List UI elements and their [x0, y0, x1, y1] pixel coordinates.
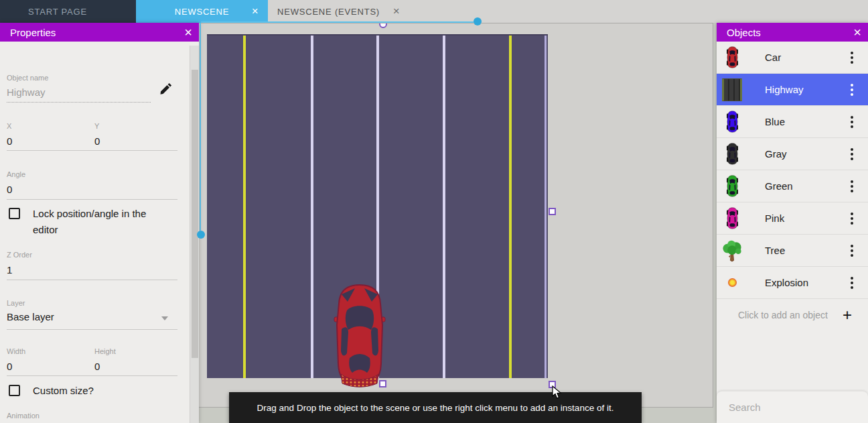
object-label: Car [765, 52, 851, 63]
object-menu-icon[interactable] [851, 180, 853, 192]
object-menu-icon[interactable] [851, 52, 853, 64]
object-menu-icon[interactable] [851, 213, 853, 225]
layer-select-value: Base layer [7, 311, 54, 322]
vertical-scroll-thumb[interactable] [197, 231, 205, 239]
z-order-field[interactable] [7, 264, 177, 280]
height-label: Height [94, 347, 116, 355]
object-name-field[interactable] [7, 86, 151, 103]
tab-start-page-label: START PAGE [28, 7, 87, 17]
lane-line [311, 36, 313, 378]
mouse-cursor [552, 385, 562, 400]
y-field[interactable] [94, 135, 177, 151]
object-row-green[interactable]: Green [717, 170, 868, 202]
objects-panel-title: Objects [727, 27, 761, 38]
object-label: Highway [765, 84, 851, 95]
y-label: Y [94, 122, 99, 130]
lane-line [243, 36, 246, 378]
object-row-car[interactable]: Car [717, 42, 868, 74]
edit-pencil-icon[interactable] [159, 82, 173, 95]
object-menu-icon[interactable] [851, 277, 853, 289]
layer-select[interactable]: Base layer [7, 311, 177, 330]
object-label: Green [765, 180, 851, 192]
custom-size-label: Custom size? [33, 383, 94, 399]
properties-close-icon[interactable]: × [184, 25, 192, 39]
horizontal-scroll-thumb[interactable] [474, 17, 482, 25]
lock-position-checkbox[interactable] [9, 208, 20, 219]
car-icon [721, 44, 743, 71]
lane-line [443, 36, 445, 378]
tree-icon [721, 237, 743, 264]
object-row-pink[interactable]: Pink [717, 202, 868, 235]
animation-label: Animation [7, 412, 40, 420]
scene-canvas[interactable] [199, 23, 713, 408]
chevron-down-icon [161, 316, 168, 320]
road-edge-line [545, 36, 547, 378]
explosion-icon [721, 269, 743, 296]
object-menu-icon[interactable] [851, 148, 853, 160]
objects-panel: Objects × Car Highway Blue Gray Green Pi… [717, 23, 868, 423]
car-instance[interactable] [333, 284, 386, 388]
tab-newscene-close-icon[interactable]: × [248, 5, 263, 18]
tab-start-page[interactable]: START PAGE [0, 0, 136, 23]
width-field[interactable] [7, 361, 87, 376]
highway-icon [721, 76, 743, 103]
tab-newscene-events-label: NEWSCENE (EVENTS) [277, 7, 380, 17]
tab-newscene-label: NEWSCENE [175, 7, 230, 17]
x-label: X [7, 122, 11, 130]
search-input[interactable] [729, 402, 862, 413]
divider [7, 150, 177, 151]
hint-snackbar-text: Drag and Drop the object to the scene or… [257, 403, 614, 413]
hint-snackbar: Drag and Drop the object to the scene or… [229, 392, 642, 423]
object-row-highway[interactable]: Highway [717, 74, 868, 106]
object-label: Gray [765, 148, 851, 160]
object-name-label: Object name [7, 74, 48, 82]
car-icon [721, 173, 743, 200]
properties-panel: Properties × Object name X Y Angle Lock … [0, 23, 199, 423]
scene-editor-tile [199, 23, 717, 423]
add-object-plus-icon[interactable]: + [843, 308, 852, 322]
horizontal-scroll-track[interactable] [201, 21, 474, 23]
layer-label: Layer [7, 299, 25, 307]
height-field[interactable] [94, 361, 177, 376]
objects-panel-header: Objects × [717, 23, 868, 42]
car-icon [721, 205, 743, 232]
object-menu-icon[interactable] [851, 116, 853, 128]
angle-field[interactable] [7, 184, 177, 200]
properties-scrollbar-thumb[interactable] [192, 70, 198, 358]
car-icon [721, 109, 743, 135]
tab-newscene-events-close-icon[interactable]: × [389, 5, 404, 18]
angle-label: Angle [7, 170, 25, 178]
object-row-gray[interactable]: Gray [717, 138, 868, 170]
x-field[interactable] [7, 135, 87, 151]
object-row-tree[interactable]: Tree [717, 235, 868, 267]
car-icon [721, 141, 743, 168]
lock-position-label: Lock position/angle in the editor [33, 206, 167, 238]
vertical-scroll-track[interactable] [200, 23, 201, 231]
divider [7, 375, 177, 376]
lane-line [509, 36, 512, 378]
objects-close-icon[interactable]: × [853, 25, 861, 39]
object-label: Tree [765, 245, 851, 256]
object-label: Blue [765, 116, 851, 127]
properties-body: Object name X Y Angle Lock position/angl… [0, 42, 190, 423]
selection-rotate-handle[interactable] [379, 23, 387, 28]
object-row-explosion[interactable]: Explosion [717, 267, 868, 299]
object-menu-icon[interactable] [851, 84, 853, 96]
object-label: Explosion [765, 277, 851, 288]
editor-tab-bar: START PAGE NEWSCENE × NEWSCENE (EVENTS) … [0, 0, 868, 23]
add-object-row[interactable]: Click to add an object + [717, 299, 868, 331]
add-object-label: Click to add an object [738, 310, 843, 320]
tab-newscene-events[interactable]: NEWSCENE (EVENTS) × [268, 0, 413, 23]
object-label: Pink [765, 213, 851, 224]
object-menu-icon[interactable] [851, 245, 853, 257]
selection-resize-handle-bottom[interactable] [379, 380, 386, 387]
properties-panel-title: Properties [10, 27, 56, 38]
tab-newscene[interactable]: NEWSCENE × [136, 0, 268, 23]
z-order-label: Z Order [7, 251, 32, 259]
selection-resize-handle-right[interactable] [549, 208, 556, 215]
width-label: Width [7, 347, 25, 355]
object-search-box [717, 391, 868, 423]
properties-panel-header: Properties × [0, 23, 199, 42]
custom-size-checkbox[interactable] [9, 385, 20, 396]
object-row-blue[interactable]: Blue [717, 106, 868, 138]
